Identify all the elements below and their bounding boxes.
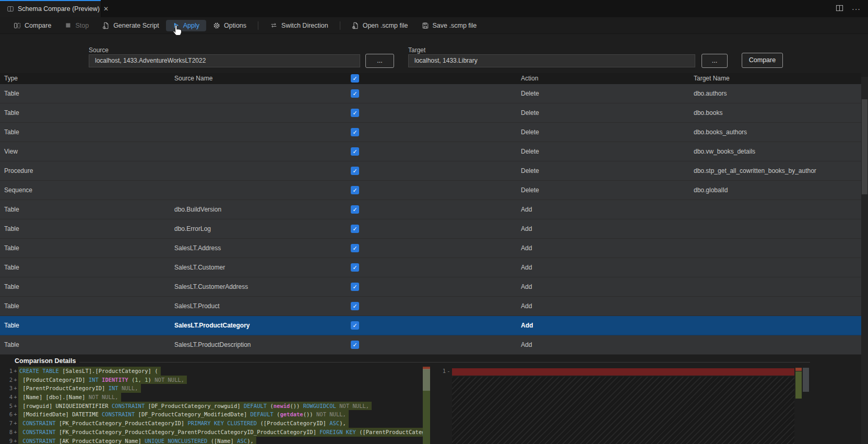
cell-type: Table: [4, 103, 19, 122]
cell-type: Table: [4, 335, 19, 354]
cell-type: Table: [4, 297, 19, 316]
table-row[interactable]: Tabledbo.ErrorLog✓Add: [0, 219, 861, 239]
target-browse-button[interactable]: ...: [701, 54, 728, 68]
cell-type: Sequence: [4, 181, 32, 200]
table-row[interactable]: TableSalesLT.ProductCategory✓Add: [0, 316, 861, 335]
row-checkbox[interactable]: ✓: [351, 128, 359, 136]
diff-line-added: 9+ CONSTRAINT [AK_ProductCategory_Name] …: [0, 437, 430, 444]
left-pane-scrollbar-thumb[interactable]: [423, 369, 430, 391]
toolbar-button-compare[interactable]: Compare: [7, 20, 58, 31]
line-number: 9: [0, 437, 13, 444]
swap-icon: [270, 22, 278, 29]
table-row[interactable]: Tabledbo.BuildVersion✓Add: [0, 200, 861, 219]
cell-action: Add: [521, 200, 532, 219]
added-marker: +: [13, 384, 18, 393]
toolbar-button-label: Open .scmp file: [363, 22, 408, 29]
right-pane-scrollbar-thumb[interactable]: [803, 368, 809, 392]
table-row[interactable]: Sequence✓Deletedbo.globalId: [0, 181, 861, 200]
toolbar-button-label: Save .scmp file: [433, 22, 477, 29]
toolbar-button-label: Options: [224, 22, 246, 29]
row-checkbox[interactable]: ✓: [351, 302, 359, 310]
editor-actions: ···: [836, 0, 868, 17]
toolbar-button-open-scmp-file[interactable]: Open .scmp file: [345, 20, 415, 31]
row-checkbox[interactable]: ✓: [351, 225, 359, 233]
row-checkbox[interactable]: ✓: [351, 147, 359, 156]
source-browse-button[interactable]: ...: [365, 54, 394, 68]
toolbar-button-label: Compare: [25, 22, 51, 29]
cell-action: Add: [521, 297, 532, 316]
table-row[interactable]: TableSalesLT.Address✓Add: [0, 239, 861, 258]
row-checkbox[interactable]: ✓: [351, 205, 359, 214]
column-header-source-name[interactable]: Source Name: [174, 73, 212, 84]
row-checkbox[interactable]: ✓: [351, 244, 359, 252]
column-header-action[interactable]: Action: [521, 73, 538, 84]
cell-type: Table: [4, 219, 19, 238]
row-checkbox[interactable]: ✓: [351, 89, 359, 98]
cell-type: Table: [4, 123, 19, 142]
row-checkbox[interactable]: ✓: [351, 109, 359, 117]
added-marker: +: [13, 367, 18, 376]
close-icon[interactable]: ✕: [103, 5, 109, 13]
script-icon: [102, 22, 110, 29]
cell-type: Procedure: [4, 161, 33, 180]
diff-line-added: 4+ [Name] [dbo].[Name] NOT NULL,: [0, 393, 430, 402]
cell-source-name: SalesLT.Product: [174, 297, 220, 316]
tab-schema-compare[interactable]: Schema Compare (Preview) ✕: [0, 0, 101, 17]
target-input[interactable]: localhost, 1433.Library: [408, 54, 695, 67]
toolbar-button-switch-direction[interactable]: Switch Direction: [263, 20, 335, 31]
source-input[interactable]: localhost, 1433.AdventureWorksLT2022: [89, 54, 360, 67]
table-row[interactable]: TableSalesLT.ProductDescription✓Add: [0, 335, 861, 355]
diff-line-added: 3+ [ParentProductCategoryID] INT NULL,: [0, 384, 430, 393]
line-number: 7: [0, 419, 13, 428]
sql-code-line: CONSTRAINT [PK_ProductCategory_ProductCa…: [18, 419, 349, 428]
toolbar-button-options[interactable]: Options: [206, 20, 253, 31]
select-all-checkbox[interactable]: ✓: [351, 74, 359, 83]
cell-type: Table: [4, 277, 19, 296]
table-row[interactable]: Table✓Deletedbo.books_authors: [0, 123, 861, 142]
table-row[interactable]: View✓Deletedbo.vw_books_details: [0, 142, 861, 161]
source-diff-pane: 1+CREATE TABLE [SalesLT].[ProductCategor…: [0, 367, 430, 444]
row-checkbox[interactable]: ✓: [351, 167, 359, 175]
cell-action: Delete: [521, 123, 539, 142]
toolbar-button-save-scmp-file[interactable]: Save .scmp file: [415, 20, 484, 31]
page-scrollbar-thumb[interactable]: [862, 99, 867, 194]
cell-target-name: dbo.vw_books_details: [694, 142, 755, 161]
cell-action: Delete: [521, 181, 539, 200]
page-scrollbar[interactable]: [861, 77, 868, 444]
cell-type: Table: [4, 316, 19, 335]
cell-type: Table: [4, 239, 19, 258]
open-file-icon: [352, 22, 359, 29]
sql-code-line: CONSTRAINT [AK_ProductCategory_Name] UNI…: [18, 437, 256, 444]
column-header-target-name[interactable]: Target Name: [694, 73, 730, 84]
table-row[interactable]: TableSalesLT.Customer✓Add: [0, 258, 861, 277]
row-checkbox[interactable]: ✓: [351, 341, 359, 349]
row-checkbox[interactable]: ✓: [351, 263, 359, 272]
table-row[interactable]: TableSalesLT.Product✓Add: [0, 297, 861, 316]
cell-type: Table: [4, 258, 19, 277]
table-row[interactable]: TableSalesLT.CustomerAddress✓Add: [0, 277, 861, 297]
column-header-type[interactable]: Type: [4, 73, 18, 84]
toolbar-button-apply[interactable]: Apply: [166, 20, 206, 31]
row-checkbox[interactable]: ✓: [351, 321, 359, 330]
cell-action: Add: [521, 335, 532, 354]
cell-action: Delete: [521, 84, 539, 103]
more-actions-icon[interactable]: ···: [852, 6, 861, 11]
row-checkbox[interactable]: ✓: [351, 186, 359, 194]
table-row[interactable]: Table✓Deletedbo.authors: [0, 84, 861, 103]
line-number: 6: [0, 410, 13, 419]
toolbar-button-generate-script[interactable]: Generate Script: [96, 20, 166, 31]
removed-marker: -: [446, 367, 451, 376]
table-row[interactable]: Table✓Deletedbo.books: [0, 103, 861, 123]
added-marker: +: [13, 393, 18, 402]
row-checkbox[interactable]: ✓: [351, 283, 359, 291]
diff-line-added: 6+ [ModifiedDate] DATETIME CONSTRAINT [D…: [0, 410, 430, 419]
toolbar-button-label: Generate Script: [113, 22, 159, 29]
right-pane-overview-removed-mark: [795, 368, 802, 371]
line-number: 8: [0, 428, 13, 437]
grid-header: Type Source Name ✓ Action Target Name: [0, 73, 861, 84]
cell-source-name: dbo.ErrorLog: [174, 219, 211, 238]
table-row[interactable]: Procedure✓Deletedbo.stp_get_all_cowritte…: [0, 161, 861, 181]
split-editor-icon[interactable]: [836, 4, 843, 14]
cell-action: Delete: [521, 161, 539, 180]
compare-run-button[interactable]: Compare: [742, 53, 783, 68]
